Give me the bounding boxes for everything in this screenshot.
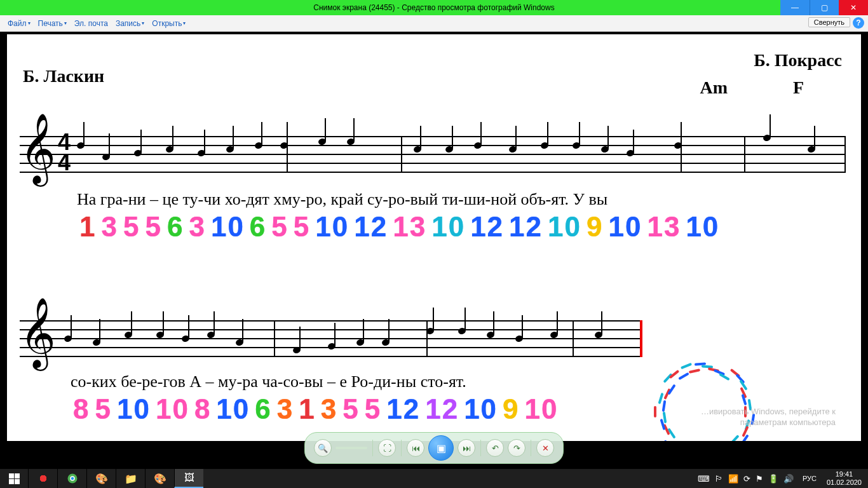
music-staff-1: 𝄞 44 [20,136,846,174]
zoom-button[interactable]: 🔍 [314,439,332,457]
tray-flag-icon[interactable]: 🏳 [715,474,723,484]
chevron-down-icon: ▾ [142,20,144,26]
collapse-ribbon-button[interactable]: Свернуть [808,17,850,27]
viewer-stage: Б. Ласкин Б. Покрасс Am F 𝄞 44 110,170 1… [0,32,868,469]
app-menubar: Файл▾ Печать▾ Эл. почта Запись▾ Открыть▾… [0,15,868,32]
window-close-button[interactable]: ✕ [839,0,868,15]
previous-image-button[interactable]: ⏮ [407,439,424,457]
author-left: Б. Ласкин [23,66,104,86]
lyrics-line-1: На гра-ни – це ту-чи хо-дят хму-ро, край… [77,190,607,209]
chevron-down-icon: ▾ [183,20,186,26]
chevron-down-icon: ▾ [64,20,67,26]
window-maximize-button[interactable]: ▢ [810,0,839,15]
tray-action-center-icon[interactable]: ⚑ [756,474,763,484]
tray-clock[interactable]: 19:4101.02.2020 [820,470,868,486]
taskbar-photo-viewer[interactable]: 🖼 [174,469,203,488]
chevron-down-icon: ▾ [28,20,31,26]
delete-image-button[interactable]: ✕ [536,439,554,457]
chord-am: Am [700,78,728,98]
time-signature: 44 [58,132,71,173]
taskbar-record-app[interactable]: ⏺ [28,469,57,488]
tray-language[interactable]: РУС [799,475,820,482]
photo-viewer-toolbar: 🔍 ⛶ ⏮ ▣ ⏭ ↶ ↷ ✕ [304,432,564,464]
menu-email[interactable]: Эл. почта [71,17,112,30]
taskbar-paint-1[interactable]: 🎨 [86,469,116,488]
system-tray: ⌨ 🏳 📶 ⟳ ⚑ 🔋 🔊 РУС 19:4101.02.2020 [693,469,868,488]
taskbar-chrome[interactable] [57,469,86,488]
menu-print[interactable]: Печать▾ [34,17,71,30]
rotate-cw-button[interactable]: ↷ [508,439,526,457]
tray-network-icon[interactable]: 📶 [728,474,738,484]
menu-open[interactable]: Открыть▾ [148,17,189,30]
windows-taskbar: ⏺ 🎨 📁 🎨 🖼 ⌨ 🏳 📶 ⟳ ⚑ 🔋 🔊 РУС 19:4101.02.2… [0,469,868,488]
taskbar-paint-2[interactable]: 🎨 [145,469,174,488]
tray-volume-icon[interactable]: 🔊 [783,474,794,484]
start-button[interactable] [0,469,28,488]
window-titlebar: Снимок экрана (24455) - Средство просмот… [0,0,868,15]
lyrics-line-2: со-ких бе-ре-гов А – му-ра ча-со-вы – е … [71,372,466,391]
treble-clef-icon: 𝄞 [20,118,56,179]
photo-canvas[interactable]: Б. Ласкин Б. Покрасс Am F 𝄞 44 110,170 1… [7,34,861,441]
finger-numbers-line-1: 13556310655101213101212109101310 [77,211,722,243]
chord-f: F [793,78,804,98]
treble-clef-icon: 𝄞 [20,302,56,363]
tray-updates-icon[interactable]: ⟳ [743,474,750,484]
window-minimize-button[interactable]: — [780,0,810,15]
zoom-slider[interactable] [336,447,367,449]
fit-window-button[interactable]: ⛶ [378,439,396,457]
tray-keyboard-icon[interactable]: ⌨ [698,474,710,484]
window-title: Снимок экрана (24455) - Средство просмот… [0,3,868,12]
rotate-ccw-button[interactable]: ↶ [486,439,504,457]
help-button[interactable]: ? [853,17,864,29]
menu-burn[interactable]: Запись▾ [112,17,148,30]
author-right: Б. Покрасс [754,50,842,71]
finger-numbers-line-2: 851010810631355121210910 [71,393,561,426]
slideshow-button[interactable]: ▣ [428,435,454,461]
next-image-button[interactable]: ⏭ [458,439,475,457]
music-staff-2: 𝄞 [20,320,642,358]
svg-point-2 [71,477,74,480]
taskbar-explorer[interactable]: 📁 [116,469,145,488]
windows-logo-icon [9,473,20,484]
windows-activation-watermark: …ивировать Windows, перейдите кпараметра… [701,407,836,428]
menu-file[interactable]: Файл▾ [4,17,34,30]
tray-battery-icon[interactable]: 🔋 [768,474,778,484]
chrome-icon [67,473,78,484]
